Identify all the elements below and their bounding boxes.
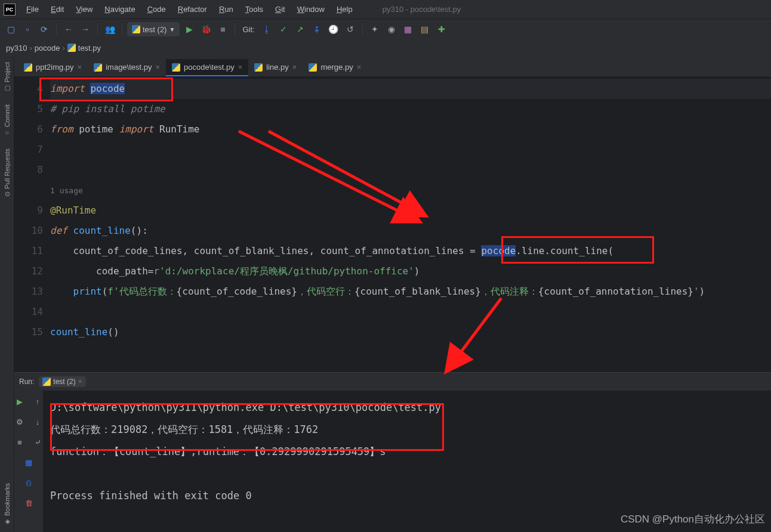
forward-icon[interactable]: → bbox=[78, 22, 92, 36]
python-icon bbox=[42, 378, 51, 386]
close-icon[interactable]: × bbox=[238, 63, 243, 72]
code-editor[interactable]: 456789101112131415 import pocode# pip in… bbox=[14, 76, 771, 372]
close-icon[interactable]: × bbox=[78, 63, 82, 72]
breadcrumb-item[interactable]: pocode bbox=[35, 44, 60, 52]
reload-icon[interactable]: ⟳ bbox=[37, 22, 51, 36]
save-icon[interactable]: ▫ bbox=[20, 22, 35, 36]
code-with-me-icon[interactable]: 👥 bbox=[103, 22, 117, 36]
open-icon[interactable]: ▢ bbox=[4, 22, 18, 36]
menu-window[interactable]: Window bbox=[291, 2, 331, 16]
editor-tab[interactable]: merge.py× bbox=[303, 59, 367, 76]
run-icon[interactable]: ▶ bbox=[182, 22, 196, 36]
code-area[interactable]: import pocode# pip install potimefrom po… bbox=[50, 76, 771, 372]
editor-tab[interactable]: line.py× bbox=[248, 59, 303, 76]
run-tool-strip: ▶ ↑ ⚙ ↓ ■ ⤶ ▦ ⎙ 🗑 bbox=[14, 391, 43, 532]
python-icon bbox=[132, 25, 140, 33]
editor-tab[interactable]: ppt2img.py× bbox=[18, 59, 88, 76]
app-logo: PC bbox=[4, 4, 16, 16]
run-tab[interactable]: test (2) × bbox=[39, 376, 85, 387]
breadcrumb-item[interactable]: test.py bbox=[78, 44, 101, 52]
commit-tool[interactable]: ○ Commit bbox=[4, 104, 11, 137]
toolbox-icon[interactable]: ▤ bbox=[418, 22, 432, 36]
python-icon bbox=[309, 63, 317, 72]
editor-tabs: ppt2img.py×image\test.py×pocode\test.py×… bbox=[14, 56, 771, 76]
run-output[interactable]: D:\software\python\py311\python.exe D:\t… bbox=[43, 391, 771, 532]
close-icon[interactable]: × bbox=[78, 378, 82, 386]
menu-edit[interactable]: Edit bbox=[45, 2, 70, 16]
stop-icon[interactable]: ■ bbox=[215, 22, 230, 36]
close-icon[interactable]: × bbox=[357, 63, 362, 72]
menu-file[interactable]: File bbox=[20, 2, 45, 16]
python-icon bbox=[94, 63, 102, 72]
menu-run[interactable]: Run bbox=[213, 2, 239, 16]
run-config-selector[interactable]: test (2) ▼ bbox=[127, 22, 180, 36]
bookmarks-tool[interactable]: ◈ Bookmarks bbox=[3, 483, 11, 526]
line-gutter: 456789101112131415 bbox=[14, 76, 50, 372]
menu-refactor[interactable]: Refactor bbox=[172, 2, 213, 16]
menu-git[interactable]: Git bbox=[269, 2, 291, 16]
ai-assistant-icon[interactable]: ✦ bbox=[368, 22, 382, 36]
git-label: Git: bbox=[242, 25, 254, 34]
delete-icon[interactable]: 🗑 bbox=[21, 496, 36, 510]
settings-icon[interactable]: ⚙ bbox=[13, 415, 27, 429]
breadcrumb-item[interactable]: py310 bbox=[6, 44, 27, 52]
breadcrumbs: py310 › pocode › test.py bbox=[0, 39, 771, 56]
pull-requests-tool[interactable]: ⊙ Pull Requests bbox=[3, 149, 11, 197]
update-icon[interactable]: ⭳ bbox=[260, 22, 274, 36]
python-icon bbox=[24, 63, 32, 72]
stop-run-icon[interactable]: ■ bbox=[13, 435, 27, 449]
menu-view[interactable]: View bbox=[70, 2, 98, 16]
rollback-icon[interactable]: ↺ bbox=[343, 22, 357, 36]
print-icon[interactable]: ⎙ bbox=[21, 475, 36, 490]
python-icon bbox=[254, 63, 263, 72]
puzzle-icon[interactable]: ✚ bbox=[434, 22, 449, 36]
python-icon bbox=[172, 63, 180, 72]
services-icon[interactable]: ◉ bbox=[384, 22, 399, 36]
window-title: py310 - pocode\test.py bbox=[383, 5, 461, 14]
run-config-label: test (2) bbox=[143, 25, 166, 34]
project-tool[interactable]: ▢ Project bbox=[3, 62, 11, 92]
menu-code[interactable]: Code bbox=[141, 2, 172, 16]
run-panel: Run: test (2) × ▶ ↑ ⚙ ↓ ■ ⤶ bbox=[14, 372, 771, 532]
editor-tab[interactable]: pocode\test.py× bbox=[166, 59, 248, 76]
layout-icon[interactable]: ▦ bbox=[21, 455, 36, 469]
rerun-icon[interactable]: ▶ bbox=[13, 394, 27, 409]
push-icon[interactable]: ↗ bbox=[293, 22, 307, 36]
menu-bar: PC FileEditViewNavigateCodeRefactorRunTo… bbox=[0, 0, 771, 19]
grid-icon[interactable]: ▦ bbox=[401, 22, 415, 36]
watermark: CSDN @Python自动化办公社区 bbox=[621, 512, 765, 526]
commit-icon[interactable]: ✓ bbox=[276, 22, 291, 36]
close-icon[interactable]: × bbox=[156, 63, 161, 72]
python-icon bbox=[67, 44, 76, 52]
menu-tools[interactable]: Tools bbox=[239, 2, 269, 16]
menu-navigate[interactable]: Navigate bbox=[98, 2, 141, 16]
close-icon[interactable]: × bbox=[292, 63, 297, 72]
history-icon[interactable]: 🕘 bbox=[326, 22, 341, 36]
debug-icon[interactable]: 🐞 bbox=[199, 22, 213, 36]
run-panel-label: Run: bbox=[19, 378, 34, 386]
chevron-down-icon: ▼ bbox=[169, 26, 175, 33]
menu-help[interactable]: Help bbox=[331, 2, 359, 16]
editor-tab[interactable]: image\test.py× bbox=[88, 59, 166, 76]
left-tool-strip: ▢ Project ○ Commit ⊙ Pull Requests ◈ Boo… bbox=[0, 56, 14, 532]
back-icon[interactable]: ← bbox=[61, 22, 76, 36]
toolbar: ▢ ▫ ⟳ ← → 👥 test (2) ▼ ▶ 🐞 ■ Git: ⭳ ✓ ↗ … bbox=[0, 19, 771, 39]
pull-icon[interactable]: ⭻ bbox=[310, 22, 324, 36]
